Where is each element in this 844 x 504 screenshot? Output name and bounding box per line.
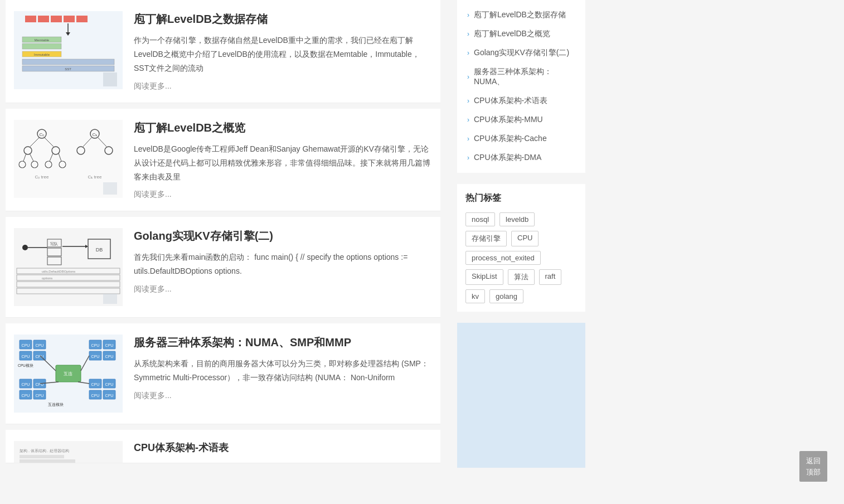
svg-rect-58 <box>103 294 117 304</box>
tag-kv[interactable]: kv <box>465 289 485 303</box>
nav-arrow-icon: › <box>467 97 469 105</box>
article-thumbnail[interactable]: CPU CPU CPU CPU CPU模块 CPU CPU C <box>14 335 123 413</box>
svg-text:互连: 互连 <box>64 371 72 376</box>
article-body: CPU体系架构-术语表 <box>134 441 432 462</box>
read-more-link[interactable]: 阅读更多... <box>134 190 432 200</box>
article-title[interactable]: Golang实现KV存储引擎(二) <box>134 228 432 244</box>
article-title[interactable]: 服务器三种体系架构：NUMA、SMP和MMP <box>134 335 432 350</box>
svg-text:options: options <box>42 277 52 280</box>
article-card: 架构 . 体系结构 . 处理器结构 CPU体系架构-术语表 <box>6 430 440 463</box>
svg-text:CPU: CPU <box>22 394 30 398</box>
svg-rect-5 <box>76 16 88 22</box>
tag-golang[interactable]: golang <box>489 289 523 303</box>
svg-text:CPU: CPU <box>105 343 114 347</box>
article-body: Golang实现KV存储引擎(二) 首先我们先来看main函数的启动： func… <box>134 228 432 294</box>
article-card: 写队 DB utils.DefaultDBOptions options <box>6 217 440 318</box>
sidebar-item-3[interactable]: › 服务器三种体系架构：NUMA、 <box>457 62 585 91</box>
tag-leveldb[interactable]: leveldb <box>499 212 535 226</box>
sidebar-item-6[interactable]: › CPU体系架构-Cache <box>457 129 585 148</box>
tags-title: 热门标签 <box>465 192 577 204</box>
main-content: Memtable Immutable SST 庖丁解LevelDB之数据存储 作… <box>0 0 446 479</box>
article-title[interactable]: 庖丁解LevelDB之数据存储 <box>134 11 432 27</box>
article-body: 服务器三种体系架构：NUMA、SMP和MMP 从系统架构来看，目前的商用服务器大… <box>134 335 432 400</box>
svg-text:CPU: CPU <box>36 343 44 347</box>
tags-section: 热门标签 nosql leveldb 存储引擎 CPU process_not_… <box>457 184 585 312</box>
article-excerpt: 从系统架构来看，目前的商用服务器大体可以分为三类，即对称多处理器结构 (SMP：… <box>134 357 432 385</box>
svg-text:utils.DefaultDBOptions: utils.DefaultDBOptions <box>42 270 75 273</box>
svg-point-42 <box>22 245 28 250</box>
article-thumbnail[interactable]: Memtable Immutable SST <box>14 11 123 89</box>
sidebar-item-5[interactable]: › CPU体系架构-MMU <box>457 110 585 129</box>
svg-text:DB: DB <box>96 247 103 253</box>
svg-text:CPU: CPU <box>105 394 114 398</box>
tag-process-not-exited[interactable]: process_not_exited <box>465 251 541 265</box>
tag-algorithm[interactable]: 算法 <box>508 269 535 285</box>
nav-arrow-icon: › <box>467 49 469 57</box>
svg-text:CPU: CPU <box>36 394 44 398</box>
tag-cpu[interactable]: CPU <box>511 231 539 246</box>
nav-arrow-icon: › <box>467 116 469 124</box>
read-more-link[interactable]: 阅读更多... <box>134 81 432 91</box>
article-card: CPU CPU CPU CPU CPU模块 CPU CPU C <box>6 323 440 424</box>
article-thumbnail[interactable]: 写队 DB utils.DefaultDBOptions options <box>14 228 123 306</box>
article-excerpt: 首先我们先来看main函数的启动： func main() { // speci… <box>134 250 432 278</box>
nav-arrow-icon: › <box>467 135 469 143</box>
sidebar-item-4[interactable]: › CPU体系架构-术语表 <box>457 91 585 110</box>
svg-rect-13 <box>22 59 114 65</box>
svg-text:CPU: CPU <box>91 355 100 358</box>
svg-rect-16 <box>103 72 117 86</box>
tags-container: nosql leveldb 存储引擎 CPU process_not_exite… <box>465 212 577 303</box>
article-body: 庖丁解LevelDB之数据存储 作为一个存储引擎，数据存储自然是LevelDB重… <box>134 11 432 91</box>
svg-text:C₁ tree: C₁ tree <box>88 175 102 180</box>
nav-arrow-icon: › <box>467 154 469 162</box>
svg-rect-4 <box>64 16 75 22</box>
nav-arrow-icon: › <box>467 73 469 81</box>
sidebar-item-2[interactable]: › Golang实现KV存储引擎(二) <box>457 43 585 62</box>
svg-text:C₀: C₀ <box>40 132 45 137</box>
article-thumbnail[interactable]: C₀ C₁ <box>14 120 123 198</box>
svg-rect-3 <box>51 16 62 22</box>
article-excerpt: LevelDB是Google传奇工程师Jeff Dean和Sanjay Ghem… <box>134 142 432 185</box>
article-excerpt: 作为一个存储引擎，数据存储自然是LevelDB重中之重的需求，我们已经在庖丁解L… <box>134 33 432 76</box>
svg-rect-2 <box>38 16 49 22</box>
read-more-link[interactable]: 阅读更多... <box>134 284 432 294</box>
article-body: 庖丁解LevelDB之概览 LevelDB是Google传奇工程师Jeff De… <box>134 120 432 200</box>
svg-text:CPU模块: CPU模块 <box>18 364 33 367</box>
nav-arrow-icon: › <box>467 30 469 38</box>
tag-nosql[interactable]: nosql <box>465 212 495 226</box>
sidebar-item-7[interactable]: › CPU体系架构-DMA <box>457 148 585 167</box>
article-title[interactable]: CPU体系架构-术语表 <box>134 441 432 455</box>
svg-text:C₀ tree: C₀ tree <box>35 175 49 180</box>
article-thumbnail[interactable]: 架构 . 体系结构 . 处理器结构 <box>14 441 123 463</box>
svg-text:CPU: CPU <box>22 355 30 358</box>
back-to-top-button[interactable]: 返回 顶部 <box>799 451 827 479</box>
tag-storage-engine[interactable]: 存储引擎 <box>465 231 507 246</box>
svg-rect-9 <box>22 43 61 49</box>
svg-text:CPU: CPU <box>22 382 30 386</box>
svg-text:CPU: CPU <box>91 394 100 398</box>
article-card: Memtable Immutable SST 庖丁解LevelDB之数据存储 作… <box>6 0 440 103</box>
article-card: C₀ C₁ <box>6 109 440 212</box>
article-title[interactable]: 庖丁解LevelDB之概览 <box>134 120 432 135</box>
read-more-link[interactable]: 阅读更多... <box>134 391 432 401</box>
svg-text:Immutable: Immutable <box>34 53 50 56</box>
svg-text:CPU: CPU <box>91 343 100 347</box>
sidebar-item-1[interactable]: › 庖丁解LevelDB之概览 <box>457 25 585 43</box>
ad-banner <box>457 323 585 468</box>
svg-text:C₁: C₁ <box>93 132 98 137</box>
tag-raft[interactable]: raft <box>539 269 562 285</box>
svg-rect-102 <box>20 455 64 458</box>
svg-text:Memtable: Memtable <box>35 38 50 42</box>
svg-text:写队: 写队 <box>50 242 58 246</box>
svg-text:架构 . 体系结构 . 处理器结构: 架构 . 体系结构 . 处理器结构 <box>20 449 69 453</box>
sidebar-item-0[interactable]: › 庖丁解LevelDB之数据存储 <box>457 6 585 25</box>
svg-text:CPU: CPU <box>105 355 114 358</box>
sidebar-navigation: › 庖丁解LevelDB之数据存储 › 庖丁解LevelDB之概览 › Gola… <box>457 0 585 173</box>
svg-text:CPU: CPU <box>91 382 100 386</box>
svg-rect-1 <box>25 16 36 22</box>
svg-rect-40 <box>103 182 117 195</box>
svg-rect-103 <box>20 459 75 463</box>
svg-text:SST: SST <box>65 67 71 71</box>
tag-skiplist[interactable]: SkipList <box>465 269 503 285</box>
sidebar: › 庖丁解LevelDB之数据存储 › 庖丁解LevelDB之概览 › Gola… <box>446 0 591 479</box>
